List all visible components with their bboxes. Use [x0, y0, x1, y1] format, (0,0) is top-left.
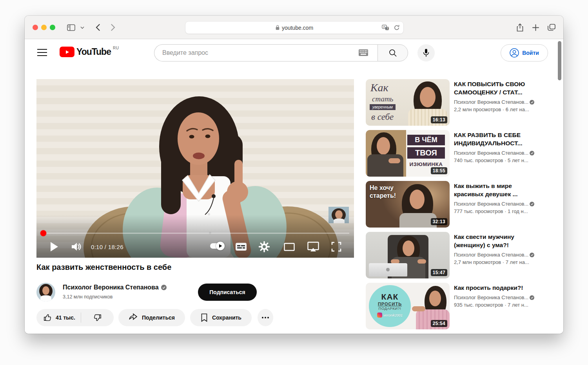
verified-badge-icon [530, 151, 534, 155]
back-button[interactable] [92, 22, 103, 33]
dislike-button[interactable] [81, 309, 114, 326]
video-title[interactable]: КАК ПОВЫСИТЬ СВОЮ САМООЦЕНКУ / СТАТ... [454, 80, 535, 96]
subscribe-button[interactable]: Подписаться [198, 284, 257, 301]
video-channel[interactable]: Психолог Вероника Степанов... [454, 252, 535, 258]
video-channel[interactable]: Психолог Вероника Степанов... [454, 201, 535, 207]
duration-badge: 32:13 [431, 218, 447, 225]
account-icon [510, 48, 519, 58]
video-meta: 935 тыс. просмотров · 7 лет н... [454, 302, 535, 308]
page-scrollbar[interactable] [558, 41, 561, 80]
share-button[interactable]: Поделиться [118, 309, 185, 326]
video-thumbnail[interactable]: В ЧЁМ ТВОЯ ИЗЮМИНКА 18:55 [366, 130, 450, 177]
menu-button[interactable] [37, 49, 47, 56]
microphone-icon [423, 49, 429, 57]
video-title[interactable]: Как просить подарки?! [454, 284, 535, 292]
browser-toolbar: youtube.com A 文 [25, 16, 563, 39]
play-on-tv-button[interactable] [306, 241, 320, 253]
share-icon [129, 313, 138, 322]
video-channel[interactable]: Психолог Вероника Степанов... [454, 99, 535, 105]
svg-text:A: A [383, 25, 385, 29]
verified-badge-icon [530, 100, 534, 105]
sign-in-button[interactable]: Войти [501, 44, 548, 61]
channel-name[interactable]: Психолог Вероника Степанова [63, 284, 167, 291]
search-input[interactable] [154, 44, 377, 61]
video-thumbnail[interactable]: Как стать уверенным в себе 16:13 [366, 79, 450, 126]
video-thumbnail[interactable]: КАК ПРОСИТЬ ПОДАРКИ?! veronik2001 25:54 [366, 283, 450, 329]
thumbs-down-icon [93, 313, 102, 322]
duration-badge: 15:47 [431, 269, 447, 276]
suggested-video: 15:47 Как свести мужчину (женщину) с ума… [366, 232, 546, 278]
video-channel[interactable]: Психолог Вероника Степанов... [454, 150, 535, 156]
lock-icon [276, 25, 279, 30]
chevron-down-icon[interactable] [77, 22, 88, 33]
subtitles-button[interactable] [234, 242, 248, 252]
video-channel[interactable]: Психолог Вероника Степанов... [454, 295, 535, 300]
fullscreen-button[interactable] [330, 241, 343, 253]
video-title[interactable]: КАК РАЗВИТЬ В СЕБЕ ИНДИВИДУАЛЬНОСТ... [454, 131, 535, 147]
sidebar-toggle-icon[interactable] [65, 22, 76, 33]
time-display: 0:10 / 18:26 [91, 241, 123, 253]
forward-button[interactable] [107, 22, 118, 33]
zoom-window-button[interactable] [50, 25, 55, 30]
search-area [154, 44, 408, 61]
svg-text:文: 文 [386, 27, 389, 30]
suggested-video: Не хочустареть! 32:13 Как выжить в мире … [366, 181, 546, 228]
play-button[interactable] [48, 240, 60, 253]
verified-badge-icon [161, 285, 167, 290]
like-button[interactable]: 41 тыс. [36, 309, 81, 326]
progress-bar[interactable] [41, 233, 349, 234]
miniplayer-button[interactable] [283, 242, 296, 252]
video-title[interactable]: Как выжить в мире красивых девушек ... [454, 182, 535, 198]
share-page-icon[interactable] [514, 22, 525, 33]
video-meta: 777 тыс. просмотров · 1 год н... [454, 208, 535, 214]
translate-icon[interactable]: A 文 [382, 25, 389, 31]
minimize-window-button[interactable] [41, 25, 47, 30]
laptop-prop [369, 263, 407, 276]
new-tab-icon[interactable] [530, 22, 541, 33]
instagram-icon [377, 313, 382, 318]
suggested-video: Как стать уверенным в себе 16:13 КАК ПОВ… [366, 79, 546, 126]
save-button[interactable]: Сохранить [190, 309, 252, 326]
voice-search-button[interactable] [417, 44, 435, 61]
reload-icon[interactable] [394, 25, 399, 31]
channel-avatar[interactable] [36, 283, 55, 302]
video-meta: 2,7 млн просмотров · 7 лет на... [454, 259, 535, 265]
browser-window: youtube.com A 文 [25, 16, 563, 334]
subscriber-count: 3,12 млн подписчиков [63, 294, 113, 300]
suggested-video: КАК ПРОСИТЬ ПОДАРКИ?! veronik2001 25:54 … [366, 283, 546, 329]
bookmark-icon [200, 313, 208, 322]
playhead[interactable] [40, 230, 46, 236]
thumbnail-text-circle: КАК ПРОСИТЬ ПОДАРКИ?! veronik2001 [369, 285, 411, 327]
keyboard-icon[interactable] [359, 49, 368, 58]
logo-region-code: RU [113, 46, 119, 50]
duration-badge: 25:54 [431, 320, 447, 327]
thumbs-up-icon [44, 313, 52, 322]
duration-badge: 18:55 [431, 167, 447, 174]
verified-badge-icon [530, 202, 534, 206]
video-thumbnail[interactable]: Не хочустареть! 32:13 [366, 181, 450, 228]
autoplay-toggle[interactable] [210, 243, 223, 249]
video-player[interactable]: 0:10 / 18:26 [36, 79, 354, 258]
video-title: Как развить женственность в себе [36, 263, 171, 272]
search-button[interactable] [377, 44, 408, 61]
youtube-logo[interactable]: YouTube RU [60, 47, 119, 57]
settings-button[interactable] [258, 240, 270, 253]
video-thumbnail[interactable]: 15:47 [366, 232, 450, 278]
video-title[interactable]: Как свести мужчину (женщину) с ума?! [454, 233, 535, 249]
video-meta: 740 тыс. просмотров · 5 лет н... [454, 157, 535, 163]
address-bar[interactable]: youtube.com A 文 [185, 22, 403, 34]
suggested-video: В ЧЁМ ТВОЯ ИЗЮМИНКА 18:55 КАК РАЗВИТЬ В … [366, 130, 546, 177]
close-window-button[interactable] [33, 25, 38, 30]
verified-badge-icon [530, 295, 534, 300]
verified-badge-icon [530, 253, 534, 257]
like-count: 41 тыс. [56, 314, 75, 321]
youtube-play-icon [60, 47, 74, 57]
volume-button[interactable] [70, 240, 83, 253]
sign-in-label: Войти [522, 50, 539, 56]
youtube-wordmark: YouTube [76, 47, 111, 57]
more-actions-button[interactable] [258, 309, 273, 326]
duration-badge: 16:13 [431, 116, 447, 123]
url-text: youtube.com [282, 25, 313, 31]
like-dislike-group: 41 тыс. [36, 309, 114, 326]
tab-overview-icon[interactable] [546, 22, 557, 33]
